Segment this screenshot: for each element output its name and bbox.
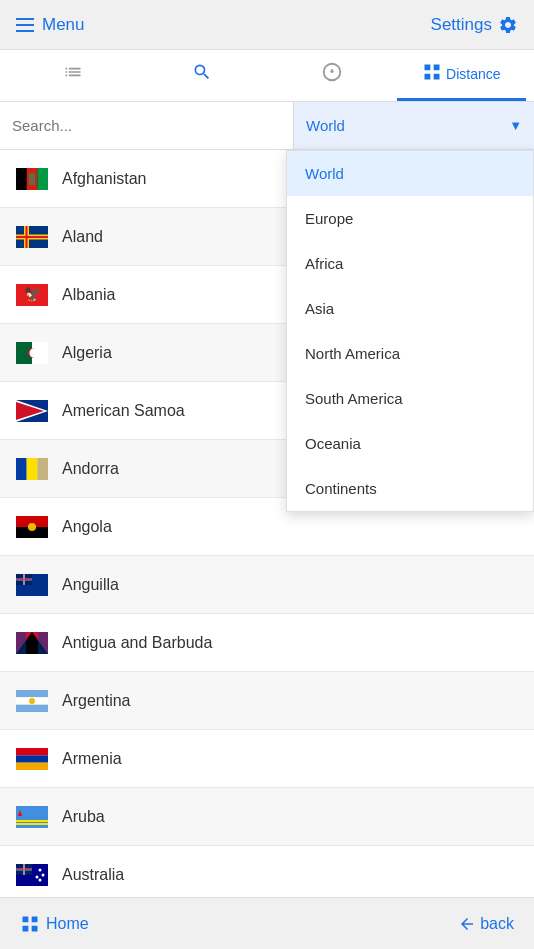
svg-rect-2 [16, 168, 27, 190]
svg-rect-38 [16, 704, 48, 711]
country-name: Antigua and Barbuda [62, 634, 212, 652]
country-name: Australia [62, 866, 124, 884]
list-item[interactable]: Aruba [0, 788, 534, 846]
country-name: Afghanistan [62, 170, 147, 188]
country-name: Aruba [62, 808, 105, 826]
dropdown-selected-label: World [306, 117, 509, 134]
search-row: World ▼ World Europe Africa Asia North A… [0, 102, 534, 150]
search-input-wrap[interactable] [0, 102, 294, 149]
tab-circle[interactable] [267, 50, 397, 101]
tab-search[interactable] [138, 50, 268, 101]
grid-icon [422, 62, 442, 86]
flag-icon [16, 864, 48, 886]
chevron-down-icon: ▼ [509, 118, 522, 133]
flag-icon [16, 748, 48, 770]
menu-label: Menu [42, 15, 85, 35]
dropdown-option-north-america[interactable]: North America [287, 331, 533, 376]
country-name: Algeria [62, 344, 112, 362]
svg-rect-52 [24, 864, 25, 875]
back-label: back [480, 915, 514, 933]
tab-distance-label: Distance [446, 66, 500, 82]
bottom-nav: Home back [0, 897, 534, 949]
home-icon [20, 914, 40, 934]
search-input[interactable] [12, 117, 281, 134]
list-item[interactable]: Armenia [0, 730, 534, 788]
flag-icon [16, 690, 48, 712]
back-arrow-icon [458, 915, 476, 933]
svg-point-39 [29, 698, 35, 704]
menu-button[interactable]: Menu [16, 15, 85, 35]
svg-rect-10 [16, 236, 48, 238]
svg-rect-44 [16, 820, 48, 822]
svg-point-53 [39, 868, 42, 871]
dropdown-option-europe[interactable]: Europe [287, 196, 533, 241]
flag-icon [16, 632, 48, 654]
dropdown-option-africa[interactable]: Africa [287, 241, 533, 286]
dropdown-option-asia[interactable]: Asia [287, 286, 533, 331]
list-item[interactable]: Anguilla [0, 556, 534, 614]
flag-icon [16, 226, 48, 248]
svg-rect-40 [16, 748, 48, 755]
svg-point-54 [42, 873, 45, 876]
region-dropdown[interactable]: World ▼ [294, 102, 534, 149]
settings-button[interactable]: Settings [431, 15, 518, 35]
home-button[interactable]: Home [20, 914, 89, 934]
list-icon [63, 62, 83, 86]
flag-icon [16, 516, 48, 538]
top-bar: Menu Settings [0, 0, 534, 50]
svg-point-25 [28, 523, 36, 531]
svg-rect-22 [37, 458, 48, 480]
svg-rect-4 [37, 168, 48, 190]
list-item[interactable]: Australia [0, 846, 534, 904]
svg-point-56 [39, 878, 42, 881]
country-name: American Samoa [62, 402, 185, 420]
dropdown-option-south-america[interactable]: South America [287, 376, 533, 421]
svg-rect-21 [27, 458, 38, 480]
country-name: Argentina [62, 692, 131, 710]
flag-icon [16, 400, 48, 422]
list-item[interactable]: Antigua and Barbuda [0, 614, 534, 672]
svg-rect-20 [16, 458, 27, 480]
country-name: Aland [62, 228, 103, 246]
gear-icon [498, 15, 518, 35]
home-label: Home [46, 915, 89, 933]
svg-rect-34 [16, 632, 26, 654]
country-name: Albania [62, 286, 115, 304]
svg-rect-41 [16, 755, 48, 762]
flag-icon [16, 342, 48, 364]
svg-rect-31 [24, 574, 25, 585]
svg-point-16 [30, 348, 40, 358]
flag-icon [16, 458, 48, 480]
dropdown-option-continents[interactable]: Continents [287, 466, 533, 511]
country-name: Andorra [62, 460, 119, 478]
svg-text:🦅: 🦅 [24, 286, 42, 303]
tab-distance[interactable]: Distance [397, 50, 527, 101]
tab-bar: Distance [0, 50, 534, 102]
country-name: Armenia [62, 750, 122, 768]
flag-icon: 🦅 [16, 284, 48, 306]
flag-icon [16, 574, 48, 596]
svg-rect-35 [38, 632, 48, 654]
back-button[interactable]: back [458, 915, 514, 933]
list-item[interactable]: Argentina [0, 672, 534, 730]
svg-rect-36 [16, 690, 48, 697]
flag-icon [16, 168, 48, 190]
svg-rect-42 [16, 762, 48, 769]
country-name: Angola [62, 518, 112, 536]
country-name: Anguilla [62, 576, 119, 594]
flag-icon [16, 806, 48, 828]
dropdown-menu: World Europe Africa Asia North America S… [286, 150, 534, 512]
circle-icon [321, 61, 343, 87]
tab-list[interactable] [8, 50, 138, 101]
svg-rect-45 [16, 823, 48, 825]
svg-point-55 [36, 875, 39, 878]
dropdown-option-oceania[interactable]: Oceania [287, 421, 533, 466]
dropdown-option-world[interactable]: World [287, 151, 533, 196]
svg-rect-5 [29, 173, 35, 185]
hamburger-icon [16, 18, 34, 32]
settings-label: Settings [431, 15, 492, 35]
search-icon [192, 62, 212, 86]
